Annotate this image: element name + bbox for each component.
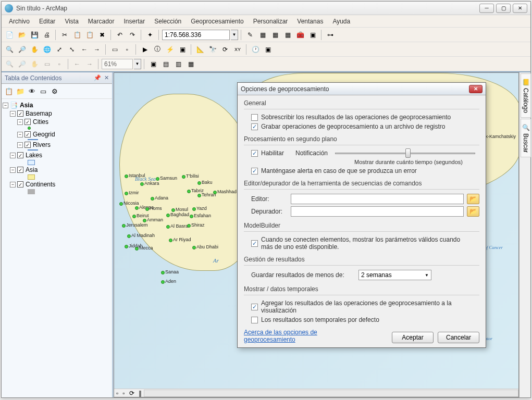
close-button[interactable]: ✕ — [513, 4, 527, 13]
slider-thumb[interactable] — [405, 148, 411, 158]
menu-archivo[interactable]: Archivo — [5, 16, 34, 27]
sidetab-catalog[interactable]: 📒Catálogo — [521, 73, 531, 118]
forward-icon[interactable]: → — [91, 44, 103, 55]
notification-slider[interactable] — [335, 153, 475, 154]
python-icon[interactable]: ▣ — [307, 29, 318, 41]
mb-checkbox[interactable] — [251, 240, 258, 247]
print-icon[interactable]: 🖨 — [41, 29, 53, 41]
minimize-button[interactable]: ─ — [479, 4, 494, 13]
identify-icon[interactable]: ⓘ — [152, 44, 163, 55]
copy-icon[interactable]: 📋 — [71, 29, 83, 41]
layer-checkbox[interactable] — [17, 110, 23, 117]
undo-icon[interactable]: ↶ — [114, 29, 126, 41]
layout-forward-icon[interactable]: → — [84, 58, 95, 70]
cancel-button[interactable]: Cancelar — [438, 332, 479, 343]
full-extent-icon[interactable]: 🌐 — [41, 44, 53, 55]
back-icon[interactable]: ← — [79, 44, 90, 55]
hyperlink-icon[interactable]: ⚡ — [164, 44, 176, 55]
alert-checkbox[interactable] — [251, 168, 258, 174]
find-route-icon[interactable]: ⟳ — [219, 44, 231, 55]
menu-marcador[interactable]: Marcador — [84, 16, 119, 27]
editor-toolbar-icon[interactable]: ✎ — [244, 29, 256, 41]
layer-checkbox[interactable] — [17, 181, 23, 188]
layout-view-icon[interactable]: ▫ — [120, 390, 127, 397]
scale-input[interactable] — [162, 30, 230, 40]
menu-geoprocesamiento[interactable]: Geoprocesamiento — [187, 16, 248, 27]
layer-checkbox[interactable] — [24, 119, 31, 125]
layer-checkbox[interactable] — [24, 131, 31, 138]
menu-ventanas[interactable]: Ventanas — [293, 16, 327, 27]
fixed-zoom-out-icon[interactable]: ⤡ — [66, 44, 78, 55]
zoom-out-icon[interactable]: 🔎 — [16, 44, 28, 55]
keep-results-combo[interactable]: 2 semanas▼ — [358, 270, 431, 280]
layout-back-icon[interactable]: ← — [71, 58, 83, 70]
collapse-icon[interactable]: − — [10, 153, 16, 158]
save-icon[interactable]: 💾 — [29, 29, 40, 41]
find-icon[interactable]: 🔭 — [207, 44, 218, 55]
goto-xy-icon[interactable]: XY — [232, 44, 243, 55]
refresh-icon[interactable]: ⟳ — [127, 390, 137, 397]
delete-icon[interactable]: ✖ — [96, 29, 108, 41]
layer-checkbox[interactable] — [17, 152, 23, 158]
dds-toolbar-icon[interactable]: ▦ — [185, 58, 196, 70]
paste-icon[interactable]: 📋 — [84, 29, 95, 41]
menu-insertar[interactable]: Insertar — [120, 16, 150, 27]
layer-rivers[interactable]: − Rivers — [3, 141, 111, 149]
change-layout-icon[interactable]: ▥ — [172, 58, 184, 70]
layer-geogrid[interactable]: − Geogrid — [3, 130, 111, 139]
zoom-percent-input[interactable] — [102, 59, 133, 69]
html-popup-icon[interactable]: ▣ — [177, 44, 188, 55]
collapse-icon[interactable]: − — [3, 103, 8, 108]
add-results-checkbox[interactable] — [251, 304, 258, 310]
about-link[interactable]: Acerca de las opciones de geoprocesamien… — [244, 329, 332, 343]
data-view-icon[interactable]: ▫ — [114, 390, 120, 397]
menu-seleccion[interactable]: Selección — [150, 16, 185, 27]
layer-asia[interactable]: − Asia — [3, 166, 111, 174]
redo-icon[interactable]: ↷ — [127, 29, 138, 41]
collapse-icon[interactable]: − — [17, 142, 23, 148]
dialog-titlebar[interactable]: Opciones de geoprocesamiento ✕ — [238, 83, 486, 95]
collapse-icon[interactable]: − — [10, 182, 16, 188]
maximize-button[interactable]: ▢ — [496, 4, 511, 13]
collapse-icon[interactable]: − — [17, 119, 23, 125]
cut-icon[interactable]: ✂ — [59, 29, 70, 41]
clear-selection-icon[interactable]: ▫ — [121, 44, 133, 55]
toc-icon[interactable]: ▦ — [257, 29, 268, 41]
catalog-icon[interactable]: ▦ — [269, 29, 281, 41]
time-slider-icon[interactable]: 🕐 — [250, 44, 261, 55]
open-icon[interactable]: 📂 — [16, 29, 28, 41]
new-icon[interactable]: 📄 — [4, 29, 15, 41]
log-checkbox[interactable] — [251, 123, 258, 130]
enable-bg-checkbox[interactable] — [251, 150, 258, 157]
layer-checkbox[interactable] — [17, 167, 23, 173]
toggle-draft-icon[interactable]: ▣ — [147, 58, 159, 70]
list-by-selection-icon[interactable]: ▭ — [38, 86, 48, 96]
browse-editor-button[interactable]: 📂 — [467, 194, 479, 204]
toc-close-icon[interactable]: ✕ — [104, 74, 109, 81]
browse-debugger-button[interactable]: 📂 — [467, 206, 479, 217]
layer-checkbox[interactable] — [24, 142, 31, 148]
menu-vista[interactable]: Vista — [60, 16, 82, 27]
focus-dataframe-icon[interactable]: ▤ — [160, 58, 171, 70]
layout-whole-page-icon[interactable]: ▭ — [41, 58, 53, 70]
zoom-in-icon[interactable]: 🔍 — [4, 44, 15, 55]
menu-personalizar[interactable]: Personalizar — [249, 16, 292, 27]
select-elements-icon[interactable]: ▶ — [139, 44, 151, 55]
list-by-visibility-icon[interactable]: 👁 — [27, 86, 37, 96]
search-icon[interactable]: ▦ — [282, 29, 293, 41]
modelbuilder-icon[interactable]: ⊶ — [325, 29, 336, 41]
layer-cities[interactable]: − Cities — [3, 118, 111, 126]
arctoolbox-icon[interactable]: 🧰 — [294, 29, 306, 41]
list-by-drawing-order-icon[interactable]: 📋 — [4, 86, 14, 96]
zoom-dropdown-icon[interactable]: ▼ — [134, 59, 141, 69]
layer-basemap[interactable]: − Basemap — [3, 109, 111, 118]
select-features-icon[interactable]: ▭ — [109, 44, 120, 55]
options-icon[interactable]: ⚙ — [50, 86, 60, 96]
pin-icon[interactable]: 📌 — [94, 74, 101, 81]
pan-icon[interactable]: ✋ — [29, 44, 40, 55]
ok-button[interactable]: Aceptar — [392, 332, 434, 343]
add-data-icon[interactable]: ✦ — [144, 29, 156, 41]
sidetab-buscar[interactable]: 🔍Buscar — [521, 119, 531, 157]
layout-100-icon[interactable]: ▫ — [54, 58, 65, 70]
dialog-close-button[interactable]: ✕ — [469, 85, 482, 93]
